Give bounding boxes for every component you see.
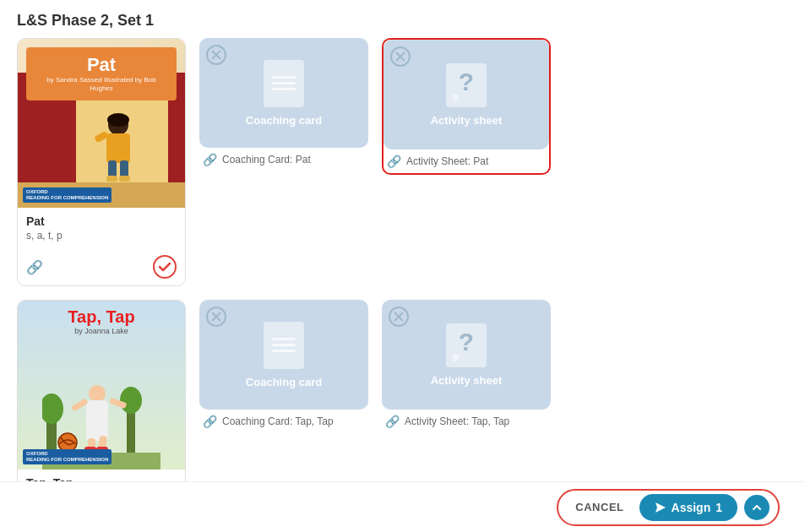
activity-caption-pat: Activity Sheet: Pat <box>406 155 488 167</box>
activity-thumb-pat: ? Activity sheet <box>383 40 549 149</box>
chevron-up-icon <box>752 502 762 513</box>
material-card-coaching-pat[interactable]: Coaching card 🔗 Coaching Card: Pat <box>199 38 368 171</box>
bottom-bar: CANCEL Assign 1 <box>0 481 805 532</box>
activity-label-pat: Activity sheet <box>431 114 503 127</box>
no-icon-coaching-tap <box>206 307 226 327</box>
coaching-thumb-pat: Coaching card <box>199 38 368 148</box>
assign-label: Assign <box>672 501 711 514</box>
link-icon-activity-pat[interactable]: 🔗 <box>387 155 401 168</box>
question-bubble-tap: ? <box>446 323 487 367</box>
assign-count: 1 <box>715 501 722 514</box>
svg-rect-14 <box>86 400 108 427</box>
book-cover-pat: Pat by Sandra Sassed Illustrated by Bob … <box>18 39 185 208</box>
book-card-pat[interactable]: Pat by Sandra Sassed Illustrated by Bob … <box>17 38 186 286</box>
svg-point-10 <box>42 394 63 424</box>
svg-point-12 <box>120 387 142 414</box>
link-icon-pat[interactable]: 🔗 <box>26 259 43 275</box>
coaching-caption-pat: Coaching Card: Pat <box>222 154 311 166</box>
q-mark-tap: ? <box>459 329 474 355</box>
cancel-button[interactable]: CANCEL <box>567 496 632 518</box>
activity-footer-pat: 🔗 Activity Sheet: Pat <box>383 149 549 173</box>
activity-label-tap: Activity sheet <box>431 374 503 387</box>
coaching-label-tap: Coaching card <box>246 376 322 388</box>
coaching-label-pat: Coaching card <box>246 114 322 127</box>
link-icon-coaching-pat[interactable]: 🔗 <box>203 153 217 166</box>
material-card-activity-tap[interactable]: ? Activity sheet 🔗 Activity Sheet: Tap, … <box>382 300 551 433</box>
book-name-pat: Pat <box>26 214 177 228</box>
book-footer-pat: 🔗 <box>18 252 185 285</box>
doc-icon-tap <box>264 322 304 369</box>
send-icon <box>655 502 666 513</box>
tap-title-overlay: Tap, Tap by Joanna Lake <box>26 307 177 335</box>
checkbox-pat[interactable] <box>153 255 177 279</box>
activity-footer-tap: 🔗 Activity Sheet: Tap, Tap <box>382 410 551 433</box>
tap-main-title: Tap, Tap <box>26 307 177 327</box>
book-row-1: Pat by Sandra Sassed Illustrated by Bob … <box>0 38 805 286</box>
q-icon-pat: ? <box>446 63 487 107</box>
svg-point-1 <box>107 113 129 127</box>
book-info-pat: Pat s, a, t, p <box>18 208 185 252</box>
assign-button[interactable]: Assign 1 <box>639 494 737 521</box>
book-tags-pat: s, a, t, p <box>26 230 177 242</box>
material-card-activity-pat[interactable]: ? Activity sheet 🔗 Activity Sheet: Pat <box>382 38 551 175</box>
svg-marker-24 <box>655 502 666 513</box>
link-icon-coaching-tap[interactable]: 🔗 <box>203 415 217 428</box>
coaching-footer-pat: 🔗 Coaching Card: Pat <box>199 148 368 171</box>
activity-thumb-tap: ? Activity sheet <box>382 300 551 410</box>
q-mark-pat: ? <box>459 69 474 95</box>
no-icon-coaching-pat <box>206 45 226 65</box>
svg-point-13 <box>89 385 106 402</box>
chevron-up-button[interactable] <box>744 495 770 520</box>
pat-main-title: Pat <box>38 54 165 76</box>
doc-icon-pat <box>264 60 304 107</box>
link-icon-activity-tap[interactable]: 🔗 <box>385 415 400 428</box>
svg-rect-5 <box>106 176 117 182</box>
pat-subtitle: by Sandra Sassed Illustrated by Bob Hugh… <box>38 76 165 94</box>
svg-rect-20 <box>71 398 89 411</box>
q-icon-tap: ? <box>446 323 487 367</box>
q-tail-tap <box>453 355 460 361</box>
doc-lines-tap <box>264 322 304 369</box>
page-title: L&S Phase 2, Set 1 <box>0 0 805 38</box>
activity-caption-tap: Activity Sheet: Tap, Tap <box>405 415 509 427</box>
bottom-bar-oval: CANCEL Assign 1 <box>557 489 780 526</box>
q-tail-pat <box>453 95 460 101</box>
no-icon-activity-tap <box>389 307 409 327</box>
coaching-caption-tap: Coaching Card: Tap, Tap <box>222 415 334 427</box>
doc-lines-pat <box>264 60 304 107</box>
svg-rect-2 <box>106 133 130 163</box>
tap-subtitle: by Joanna Lake <box>26 327 177 335</box>
book-cover-tap: Tap, Tap by Joanna Lake <box>18 301 185 470</box>
no-icon-activity-pat <box>390 46 411 67</box>
publisher-logo-pat: OXFORDREADING FOR COMPREHENSION <box>23 187 112 203</box>
question-bubble-pat: ? <box>446 63 487 107</box>
publisher-logo-tap: OXFORDREADING FOR COMPREHENSION <box>23 449 112 464</box>
checkmark-icon-pat <box>158 260 171 274</box>
pat-person-icon <box>93 108 144 184</box>
svg-rect-6 <box>119 176 130 182</box>
coaching-footer-tap: 🔗 Coaching Card: Tap, Tap <box>199 410 368 433</box>
book-title-overlay-pat: Pat by Sandra Sassed Illustrated by Bob … <box>26 47 177 100</box>
material-card-coaching-tap[interactable]: Coaching card 🔗 Coaching Card: Tap, Tap <box>199 300 368 433</box>
coaching-thumb-tap: Coaching card <box>199 300 368 410</box>
